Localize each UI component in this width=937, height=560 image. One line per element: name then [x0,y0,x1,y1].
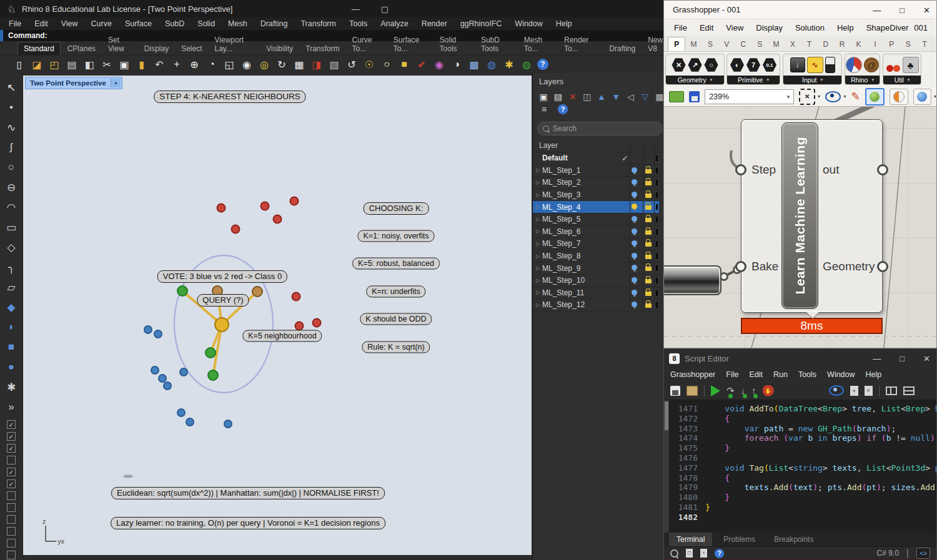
layer-row-ml_step_11[interactable]: ▷ML_Step_11 [533,287,659,300]
expander-icon[interactable]: ▷ [536,180,542,185]
split-horizontal-icon[interactable] [903,386,915,395]
filter-checkbox-8[interactable] [7,503,16,512]
viewport-layout-icon[interactable]: ▦ [292,57,306,71]
step-out-icon[interactable]: ↑ [751,387,756,395]
new-sublayer-icon[interactable]: ▤ [553,92,562,102]
neighbour-tan-point[interactable] [252,287,262,297]
circle-icon[interactable]: ○ [3,159,19,175]
ribbon-group-label[interactable]: Util▾ [883,76,921,84]
gh-category-tab-6[interactable]: M [768,37,784,51]
open-document-icon[interactable] [669,91,684,102]
polyline-icon[interactable]: ∿ [3,119,19,135]
primitive-number-icon[interactable]: 0.1 [763,58,777,72]
toolbar-tab-subd-tools[interactable]: SubD Tools [475,34,517,55]
gear-icon[interactable]: ✱ [502,57,516,71]
se-menu-grasshopper[interactable]: Grasshopper [670,370,715,379]
input-graph-icon[interactable]: ∿ [807,57,823,73]
learn-ml-component[interactable]: Learn Machine Learning StepBakeoutGeomet… [741,119,883,313]
menu-transform[interactable]: Transform [300,19,336,28]
toolbar-tab-surface-to-[interactable]: Surface To... [388,34,433,55]
minimize-button[interactable]: — [352,4,360,14]
new-layer-icon[interactable]: ▣ [539,92,548,102]
filter-checkbox-4[interactable] [7,456,16,464]
save-script-icon[interactable] [670,386,680,396]
class-1-red-point[interactable] [292,293,300,301]
move-up-icon[interactable]: ▲ [597,92,606,102]
ribbon-group-label[interactable]: Rhino▾ [845,76,880,84]
primitive-integer-icon[interactable]: 7 [746,58,761,72]
menu-view[interactable]: View [61,19,78,28]
collapse-icon[interactable]: ◁ [626,92,635,102]
class-0-blue-point[interactable] [180,368,187,376]
util-tree-icon[interactable]: ♣ [903,57,919,73]
input-nub-bake[interactable] [735,261,746,272]
toolbar-tab-display[interactable]: Display [139,42,174,55]
step-into-icon[interactable]: ↓ [741,387,746,395]
toolbar-tab-visibility[interactable]: Visibility [260,42,299,55]
layer-visibility-bulb-icon[interactable] [632,277,637,283]
class-0-blue-point[interactable] [186,418,194,426]
gh-menu-file[interactable]: File [674,23,687,32]
layer-color-swatch[interactable] [656,204,658,210]
grasshopper-canvas[interactable]: Learn Machine Learning StepBakeoutGeomet… [664,107,936,348]
toolbar-tab-solid-tools[interactable]: Solid Tools [434,34,474,55]
toolbar-tab-curve-to-[interactable]: Curve To... [347,34,387,55]
curved-surface-icon[interactable]: ◗ [3,319,19,335]
expander-icon[interactable]: ▷ [536,278,542,283]
pointer-icon[interactable]: ↖ [3,79,19,96]
maximize-button[interactable]: □ [900,354,905,363]
copy-properties-icon[interactable]: ◧ [82,57,96,71]
status-file-add-icon[interactable]: + [700,549,707,558]
filter-checkbox-2[interactable]: ✓ [7,432,16,441]
zoom-extents-dropdown[interactable]: ▾ [818,94,820,99]
surface-icon[interactable]: ▱ [3,279,19,295]
expander-icon[interactable]: ▷ [536,241,542,247]
move-down-icon[interactable]: ▼ [612,92,620,102]
menu-render[interactable]: Render [422,19,447,28]
cut-icon[interactable]: ✂ [100,57,114,71]
minimize-button[interactable]: — [873,354,881,363]
save-icon[interactable]: ◰ [47,57,61,71]
layer-lock-icon[interactable] [645,279,652,283]
earth-icon[interactable]: ◍ [520,57,533,71]
layer-visibility-bulb-icon[interactable] [632,192,637,197]
class-0-blue-point[interactable] [144,326,152,333]
duplicate-layer-icon[interactable]: ◫ [583,92,592,102]
output-nub-geometry[interactable] [877,261,888,272]
display-shaded-button[interactable] [865,88,885,106]
query-point-point[interactable] [215,318,229,332]
zoom-window-icon[interactable]: ◱ [222,57,236,71]
layers-search-input[interactable]: Search [537,122,662,135]
zoom-dynamic-icon[interactable]: ◔ [205,57,219,71]
maximize-button[interactable]: □ [900,6,905,15]
gh-category-tab-13[interactable]: P [883,37,900,51]
layer-color-swatch[interactable] [656,241,658,247]
patch-surface-icon[interactable]: ◆ [3,299,19,315]
layer-row-ml_step_3[interactable]: ▷ML_Step_3 [533,189,659,202]
layer-color-swatch[interactable] [656,192,658,198]
polygon-icon[interactable]: ◇ [3,239,19,255]
canvas-paint-icon[interactable]: ✎ [851,90,860,103]
layer-row-ml_step_12[interactable]: ▷ML_Step_12 [533,299,659,312]
expander-icon[interactable]: ▷ [536,290,542,295]
gh-category-tab-7[interactable]: X [785,37,801,51]
se-tab-terminal[interactable]: Terminal [669,533,712,546]
diff-file-icon[interactable]: ± [850,386,858,396]
control-curve-icon[interactable]: ʃ [3,139,19,155]
class-1-red-point[interactable] [261,202,269,210]
layer-color-swatch[interactable] [656,278,658,283]
ribbon-group-label[interactable]: Geometry▾ [666,76,724,84]
preview-dropdown[interactable]: ▾ [843,94,846,99]
gh-category-tab-14[interactable]: S [900,37,916,51]
gh-category-tab-8[interactable]: T [801,37,817,51]
filter-checkbox-10[interactable] [7,527,16,536]
menu-ggrhinoifc[interactable]: ggRhinoIFC [460,19,502,28]
expander-icon[interactable]: ▷ [536,167,542,173]
expander-icon[interactable]: ▷ [536,265,542,271]
panel-grid-icon[interactable]: ▦ [655,92,664,102]
gh-category-tab-15[interactable]: T [916,37,933,51]
input-nub-step[interactable] [735,164,746,175]
layer-color-swatch[interactable] [656,253,658,259]
rhino-pie-icon[interactable] [846,57,862,73]
toolbar-tab-mesh-to-[interactable]: Mesh To... [518,34,557,55]
